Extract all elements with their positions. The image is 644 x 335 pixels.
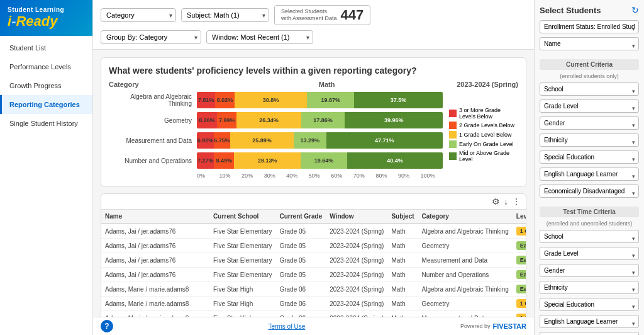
- table-cell: Adams, Jai / jer.adams76: [101, 268, 209, 282]
- table-cell: Adams, Marie / marie.adams8: [101, 297, 209, 311]
- selected-students-box: Selected Studentswith Assessment Data 44…: [274, 5, 370, 25]
- sidebar-item-performance-levels[interactable]: Performance Levels: [0, 57, 92, 76]
- main-content-area: What were students' proficiency levels w…: [93, 50, 534, 317]
- criteria-dropdown-special-education[interactable]: Special Education: [540, 150, 639, 164]
- criteria-dropdown-english-language-learner[interactable]: English Language Learner: [540, 168, 639, 181]
- table-cell: Math: [387, 253, 418, 268]
- filter-header: Category Subject: Math (1) Selected Stud…: [93, 0, 534, 50]
- iready-ready: Ready: [16, 13, 57, 29]
- table-header-row: Name Current School Current Grade Window…: [101, 210, 526, 224]
- criteria-dropdown-school[interactable]: School: [540, 82, 639, 96]
- bar-segment: 47.71%: [326, 132, 443, 149]
- table-row[interactable]: Adams, Marie / marie.adams8Five Star Hig…: [101, 282, 526, 297]
- right-panel-header: Select Students ↻: [540, 5, 639, 15]
- chart-question: What were students' proficiency levels w…: [109, 65, 518, 76]
- test-time-dropdown-gender[interactable]: Gender: [540, 264, 639, 277]
- table-cell: Grade 05: [275, 224, 326, 239]
- test-time-dropdown-english-language-learner[interactable]: English Language Learner: [540, 315, 639, 328]
- test-time-dropdown-special-education[interactable]: Special Education: [540, 298, 639, 311]
- enrollment-status-select[interactable]: Enrollment Status: Enrolled Students: [540, 20, 639, 33]
- filter-icon[interactable]: ⚙: [492, 196, 500, 207]
- criteria-dropdown-row: Special Education: [540, 150, 639, 168]
- sidebar: Student Learning i-Ready Student List Pe…: [0, 0, 93, 335]
- app-logo: Student Learning i-Ready: [0, 0, 92, 36]
- table-cell: Geometry: [418, 239, 513, 253]
- level-badge: Early On Grade Level: [516, 270, 526, 279]
- criteria-dropdown-grade-level[interactable]: Grade Level: [540, 99, 639, 113]
- col-level: Level: [513, 210, 526, 224]
- bar-container: 7.27%8.49%28.13%19.64%40.4%: [197, 152, 443, 169]
- fivestar-logo: Powered by FIVESTAR: [460, 322, 526, 330]
- x-tick: 60%: [331, 173, 353, 179]
- table-row[interactable]: Adams, Marie / marie.adams8Five Star Hig…: [101, 297, 526, 311]
- chart-col-headers: Category Math 2023-2024 (Spring): [109, 81, 518, 88]
- x-tick: 20%: [242, 173, 264, 179]
- legend-item: 2 Grade Levels Below: [449, 122, 518, 129]
- bar-segment: 13.29%: [294, 132, 326, 149]
- legend-color: [449, 140, 457, 148]
- help-button[interactable]: ?: [101, 320, 113, 332]
- table-row[interactable]: Adams, Jai / jer.adams76Five Star Elemen…: [101, 239, 526, 253]
- bar-segment: 8.49%: [214, 152, 234, 169]
- name-select[interactable]: Name: [540, 37, 639, 50]
- enrollment-status-row: Enrollment Status: Enrolled Students: [540, 20, 639, 37]
- criteria-dropdown-gender[interactable]: Gender: [540, 116, 639, 130]
- current-criteria-dropdowns: SchoolGrade LevelGenderEthnicitySpecial …: [540, 82, 639, 202]
- more-icon[interactable]: ⋮: [512, 196, 521, 207]
- table-cell: Five Star Elementary: [209, 253, 275, 268]
- header-row-1: Category Subject: Math (1) Selected Stud…: [101, 5, 370, 25]
- criteria-dropdown-row: Ethnicity: [540, 133, 639, 150]
- x-tick: 30%: [264, 173, 287, 179]
- test-time-dropdown-grade-level[interactable]: Grade Level: [540, 247, 639, 260]
- terms-link[interactable]: Terms of Use: [268, 323, 305, 330]
- level-cell: 1 Grade Level Below: [513, 224, 526, 239]
- bar-label: Geometry: [109, 117, 197, 124]
- sidebar-item-growth-progress[interactable]: Growth Progress: [0, 76, 92, 95]
- right-panel-title: Select Students: [540, 6, 601, 15]
- window-filter-wrapper: Window: Most Recent (1): [206, 30, 313, 44]
- test-time-dropdown-economically-disadvantaged[interactable]: Economically Disadvantaged: [540, 332, 639, 335]
- criteria-dropdown-ethnicity[interactable]: Ethnicity: [540, 133, 639, 147]
- table-row[interactable]: Adams, Jai / jer.adams76Five Star Elemen…: [101, 224, 526, 239]
- refresh-icon[interactable]: ↻: [631, 5, 639, 15]
- table-body: Adams, Jai / jer.adams76Five Star Elemen…: [101, 224, 526, 317]
- table-row[interactable]: Adams, Jai / jer.adams76Five Star Elemen…: [101, 253, 526, 268]
- sidebar-item-reporting-categories[interactable]: Reporting Categories: [0, 95, 92, 114]
- window-filter[interactable]: Window: Most Recent (1): [206, 30, 313, 44]
- x-axis: 0%10%20%30%40%50%60%70%80%90%100%: [109, 173, 443, 179]
- table-cell: Math: [387, 239, 418, 253]
- subject-filter[interactable]: Subject: Math (1): [181, 8, 269, 22]
- criteria-dropdown-economically-disadvantaged[interactable]: Economically Disadvantaged: [540, 185, 639, 198]
- col-name: Name: [101, 210, 209, 224]
- table-row[interactable]: Adams, Jai / jer.adams76Five Star Elemen…: [101, 268, 526, 282]
- bar-label: Measurement and Data: [109, 137, 197, 144]
- test-time-dropdown-ethnicity[interactable]: Ethnicity: [540, 281, 639, 294]
- fivestar-brand: FIVESTAR: [492, 322, 526, 330]
- col-grade: Current Grade: [275, 210, 326, 224]
- table-cell: Geometry: [418, 297, 513, 311]
- bar-segment: 7.27%: [197, 152, 214, 169]
- col-subject: Subject: [387, 210, 418, 224]
- criteria-dropdown-row: Economically Disadvantaged: [540, 185, 639, 202]
- table-row[interactable]: Adams, Marie / marie.adams8Five Star Hig…: [101, 311, 526, 317]
- x-tick: 10%: [219, 173, 242, 179]
- table-cell: Adams, Marie / marie.adams8: [101, 311, 209, 317]
- sidebar-nav: Student List Performance Levels Growth P…: [0, 36, 92, 335]
- criteria-dropdown-row: Grade Level: [540, 99, 639, 116]
- table-cell: Math: [387, 311, 418, 317]
- download-icon[interactable]: ↓: [504, 196, 508, 207]
- test-time-dropdown-row: School: [540, 230, 639, 247]
- table-cell: Math: [387, 224, 418, 239]
- chart-bar-row: Number and Operations7.27%8.49%28.13%19.…: [109, 152, 443, 169]
- sidebar-item-single-student-history[interactable]: Single Student History: [0, 114, 92, 133]
- right-panel: Select Students ↻ Enrollment Status: Enr…: [534, 0, 644, 335]
- test-time-dropdown-school[interactable]: School: [540, 230, 639, 243]
- chart-bars: Algebra and Algebraic Thinking7.81%8.02%…: [109, 92, 443, 179]
- table-cell: Adams, Jai / jer.adams76: [101, 239, 209, 253]
- bar-segment: 30.8%: [235, 92, 308, 108]
- sidebar-item-student-list[interactable]: Student List: [0, 38, 92, 57]
- col-school: Current School: [209, 210, 275, 224]
- bar-segment: 19.87%: [307, 92, 354, 108]
- category-filter[interactable]: Category: [101, 8, 176, 22]
- group-by-filter[interactable]: Group By: Category: [101, 30, 201, 44]
